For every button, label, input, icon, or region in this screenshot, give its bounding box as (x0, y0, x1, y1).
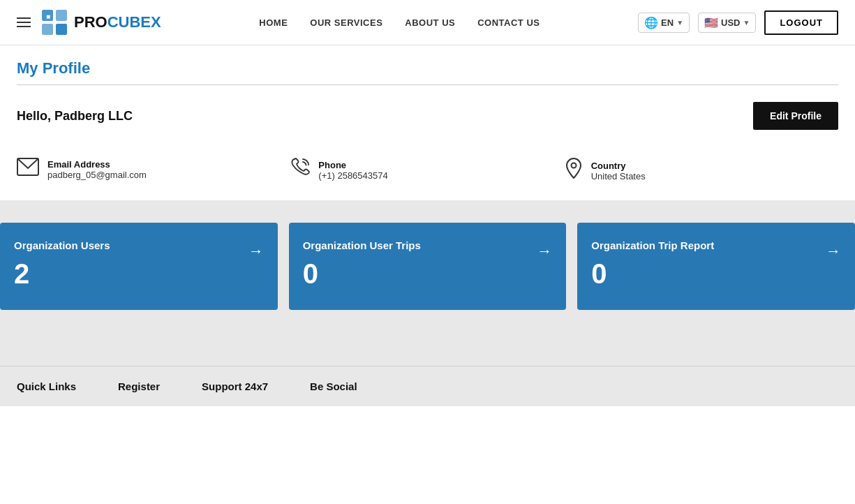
org-users-card[interactable]: Organization Users 2 → (0, 223, 278, 310)
divider (17, 84, 838, 85)
profile-section: Hello, Padberg LLC Edit Profile (17, 102, 838, 130)
org-trips-arrow: → (537, 242, 552, 260)
header: ■ PROCUBEX HOME OUR SERVICES ABOUT US CO… (0, 0, 855, 45)
org-trips-card[interactable]: Organization User Trips 0 → (289, 223, 567, 310)
logout-button[interactable]: LOGOUT (764, 10, 838, 35)
org-report-label: Organization Trip Report (591, 239, 714, 251)
org-report-content: Organization Trip Report 0 (591, 239, 714, 288)
org-users-label: Organization Users (14, 239, 110, 251)
phone-value: (+1) 2586543574 (318, 170, 387, 181)
currency-chevron: ▼ (743, 19, 750, 27)
email-value: padberg_05@gmail.com (47, 170, 147, 180)
nav-our-services[interactable]: OUR SERVICES (310, 17, 382, 28)
hamburger-menu[interactable] (17, 17, 31, 27)
country-contact-item: Country United States (565, 158, 838, 184)
footer-register-heading: Register (118, 380, 160, 392)
footer: Quick Links Register Support 24x7 Be Soc… (0, 366, 855, 406)
language-chevron: ▼ (676, 19, 683, 27)
footer-quick-links-heading: Quick Links (17, 380, 76, 392)
footer-support-heading: Support 24x7 (202, 380, 268, 392)
header-nav: HOME OUR SERVICES ABOUT US CONTACT US (259, 17, 540, 28)
contact-info: Email Address padberg_05@gmail.com Phone… (17, 147, 838, 200)
nav-home[interactable]: HOME (259, 17, 288, 28)
logo-text: PROCUBEX (74, 13, 161, 31)
email-icon (17, 158, 39, 181)
svg-text:■: ■ (46, 13, 50, 20)
currency-code: USD (721, 17, 740, 28)
language-selector[interactable]: 🌐 EN ▼ (638, 13, 690, 33)
email-contact-item: Email Address padberg_05@gmail.com (17, 158, 290, 181)
org-users-arrow: → (248, 242, 264, 260)
phone-icon (290, 158, 310, 182)
page-title: My Profile (17, 45, 838, 84)
phone-label: Phone (318, 160, 387, 170)
page-content: My Profile Hello, Padberg LLC Edit Profi… (0, 45, 855, 200)
cards-grid: Organization Users 2 → Organization User… (0, 223, 855, 310)
org-report-card[interactable]: Organization Trip Report 0 → (577, 223, 855, 310)
org-report-count: 0 (591, 260, 714, 288)
footer-col-social: Be Social (310, 380, 357, 392)
svg-rect-4 (56, 24, 67, 35)
language-flag: 🌐 (644, 16, 658, 29)
phone-details: Phone (+1) 2586543574 (318, 160, 387, 181)
email-details: Email Address padberg_05@gmail.com (47, 159, 147, 180)
org-users-content: Organization Users 2 (14, 239, 110, 288)
footer-social-heading: Be Social (310, 380, 357, 392)
language-code: EN (661, 17, 674, 28)
footer-col-quick-links: Quick Links (17, 380, 76, 392)
country-details: Country United States (591, 161, 646, 181)
logo[interactable]: ■ PROCUBEX (39, 7, 161, 38)
footer-col-support: Support 24x7 (202, 380, 268, 392)
email-label: Email Address (47, 159, 147, 170)
location-icon (565, 158, 583, 184)
org-users-count: 2 (14, 260, 110, 288)
org-trips-content: Organization User Trips 0 (303, 239, 421, 288)
currency-selector[interactable]: 🇺🇸 USD ▼ (698, 13, 756, 33)
country-label: Country (591, 161, 646, 171)
footer-col-register: Register (118, 380, 160, 392)
org-report-arrow: → (826, 242, 841, 260)
nav-contact-us[interactable]: CONTACT US (477, 17, 540, 28)
cards-section: Organization Users 2 → Organization User… (0, 200, 855, 366)
logo-icon: ■ (39, 7, 70, 38)
header-left: ■ PROCUBEX (17, 7, 161, 38)
greeting-text: Hello, Padberg LLC (17, 109, 133, 124)
svg-rect-3 (42, 24, 53, 35)
nav-about-us[interactable]: ABOUT US (405, 17, 455, 28)
phone-contact-item: Phone (+1) 2586543574 (290, 158, 564, 182)
currency-flag: 🇺🇸 (704, 16, 718, 29)
org-trips-count: 0 (303, 260, 421, 288)
footer-grid: Quick Links Register Support 24x7 Be Soc… (17, 380, 838, 392)
svg-point-7 (571, 163, 576, 168)
svg-rect-2 (56, 10, 67, 21)
country-value: United States (591, 171, 646, 181)
org-trips-label: Organization User Trips (303, 239, 421, 251)
header-right: 🌐 EN ▼ 🇺🇸 USD ▼ LOGOUT (638, 10, 838, 35)
edit-profile-button[interactable]: Edit Profile (753, 102, 838, 130)
